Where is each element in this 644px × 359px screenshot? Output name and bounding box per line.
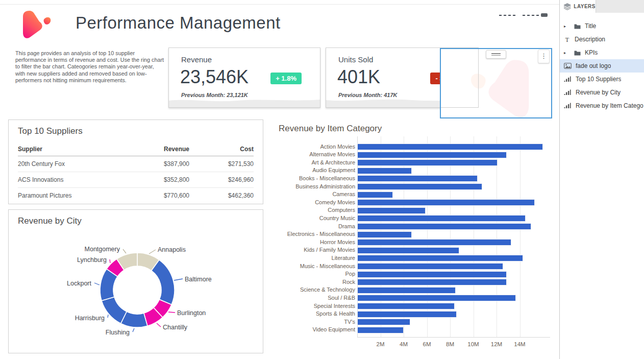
layer-item-label: Title: [585, 22, 596, 30]
x-tick-label: 2M: [369, 341, 392, 347]
suppliers-table-body: 20th Century Fox$387,900$271,530ACS Inno…: [18, 156, 254, 203]
chart-icon: [564, 89, 572, 95]
bar-art-architecture: [357, 159, 498, 166]
chart-icon: [564, 103, 572, 109]
kpi-badge-0: + 1.8%: [270, 73, 302, 84]
donut-slice-harrisburg[interactable]: [102, 297, 127, 323]
layer-item-title[interactable]: ▸Title: [560, 19, 644, 33]
col-supplier: Supplier: [18, 146, 129, 153]
bar-category-label: Sports & Health: [316, 310, 355, 317]
drag-handle[interactable]: [486, 50, 506, 59]
bar-category-label: Alternative Movies: [309, 151, 355, 157]
layer-item-fade-out-logo[interactable]: fade out logo: [560, 59, 644, 73]
bar-electronics-miscellaneous: [357, 231, 412, 238]
table-cell: 20th Century Fox: [18, 160, 129, 167]
bar-category-label: Special Interests: [314, 303, 355, 309]
kpi-label: Revenue: [181, 55, 212, 64]
layer-item-top-10-suppliers[interactable]: Top 10 Suppliers: [560, 73, 644, 86]
city-label-connector: [108, 315, 108, 318]
kpi-card-revenue[interactable]: Revenue 23,546K + 1.8% Previous Month: 2…: [168, 47, 320, 108]
bar-alternative-movies: [357, 152, 507, 158]
kpi-value: 23,546K: [180, 66, 249, 88]
gridline: [497, 136, 497, 337]
bar-category-label: Comedy Movies: [315, 199, 355, 205]
bar-literature: [357, 255, 523, 261]
dashboard-canvas: Performance Management This page provide…: [0, 0, 644, 359]
description-text[interactable]: This page provides an analysis of top 10…: [15, 50, 165, 84]
city-label-montgomery: Montgomery: [85, 246, 120, 253]
revenue-by-item-category-widget[interactable]: Revenue by Item Category Action MoviesAl…: [270, 121, 556, 356]
city-label-connector: [94, 283, 100, 285]
bar-category-label: Business Administration: [295, 183, 355, 189]
revenue-by-city-widget[interactable]: Revenue by City AnnapolisBaltimoreBurlin…: [8, 209, 263, 353]
layer-item-label: Description: [575, 36, 605, 43]
bar-tv-s: [357, 319, 410, 325]
bar-special-interests: [357, 303, 455, 309]
layers-panel: LAYERS ▸TitleTDescription▸KPIsfade out l…: [559, 0, 644, 359]
caret-right-icon[interactable]: ▸: [564, 24, 569, 29]
top-10-suppliers-widget[interactable]: Top 10 Suppliers Supplier Revenue Cost 2…: [8, 119, 263, 204]
bar-category-label: Art & Architecture: [311, 159, 355, 165]
layer-item-kpis[interactable]: ▸KPIs: [560, 46, 644, 59]
bar-category-label: Music - Miscellaneous: [300, 263, 355, 269]
city-label-burlington: Burlington: [177, 309, 206, 317]
city-label-connector: [110, 259, 110, 263]
kpi-sparkline: [169, 95, 320, 107]
city-label-flushing: Flushing: [106, 329, 130, 336]
bar-category-label: Literature: [332, 255, 355, 261]
bar-soul-r-b: [357, 295, 516, 301]
bar-category-label: Pop: [345, 271, 355, 277]
x-tick-label: 12M: [485, 341, 508, 347]
caret-right-icon[interactable]: ▸: [564, 51, 569, 55]
col-cost: Cost: [189, 146, 254, 153]
bar-business-administration: [357, 183, 482, 190]
kpi-label: Units Sold: [338, 55, 373, 64]
table-row[interactable]: ACS Innovations$352,800$246,960: [18, 172, 254, 188]
bar-category-label: Action Movies: [320, 143, 355, 150]
col-revenue: Revenue: [129, 146, 189, 153]
table-cell: $770,600: [129, 192, 189, 199]
city-label-connector: [168, 312, 175, 313]
layer-item-label: Revenue by Item Catego: [576, 102, 643, 109]
kebab-menu-icon[interactable]: ⋮: [538, 50, 550, 63]
mini-pill: [541, 13, 548, 17]
text-icon: T: [564, 36, 571, 42]
bar-category-label: Kids / Family Movies: [304, 247, 355, 253]
folder-icon: [574, 50, 581, 56]
bar-cameras: [357, 192, 393, 198]
bar-category-label: TV's: [344, 319, 355, 325]
bar-chart-title: Revenue by Item Category: [279, 124, 382, 134]
city-label-connector: [157, 323, 161, 327]
city-label-connector: [123, 249, 126, 253]
layer-item-revenue-by-city[interactable]: Revenue by City: [560, 86, 644, 99]
suppliers-table: Supplier Revenue Cost 20th Century Fox$3…: [18, 142, 254, 203]
table-cell: Paramount Pictures: [18, 192, 129, 199]
layer-item-description[interactable]: TDescription: [560, 33, 644, 46]
canvas-top-divider: [0, 4, 559, 5]
table-cell: $246,960: [189, 176, 254, 183]
x-tick-label: 10M: [462, 341, 485, 347]
layers-tab[interactable]: LAYERS: [560, 0, 596, 13]
x-tick-label: 8M: [439, 341, 461, 347]
image-icon: [564, 63, 572, 69]
table-row[interactable]: 20th Century Fox$387,900$271,530: [18, 156, 254, 172]
table-row[interactable]: Paramount Pictures$770,600$462,360: [18, 188, 254, 203]
bar-horror-movies: [357, 239, 511, 246]
bar-country-music: [357, 215, 526, 222]
chart-icon: [564, 76, 572, 82]
city-label-connector: [133, 328, 134, 332]
layer-item-revenue-by-item-catego[interactable]: Revenue by Item Catego: [560, 99, 644, 112]
bar-category-label: Drama: [338, 223, 355, 229]
bar-music-miscellaneous: [357, 263, 503, 270]
bar-video-equipment: [357, 327, 404, 333]
bar-sports-health: [357, 311, 457, 318]
layer-item-label: KPIs: [585, 49, 598, 56]
svg-text:T: T: [565, 36, 569, 42]
donut-slice-baltimore[interactable]: [152, 260, 175, 305]
bar-category-label: Rock: [342, 279, 355, 285]
city-donut-chart[interactable]: [9, 210, 264, 354]
table-cell: $271,530: [189, 160, 254, 167]
bar-action-movies: [357, 143, 543, 150]
gridline: [520, 136, 521, 337]
bar-category-label: Electronics - Miscellaneous: [287, 231, 355, 237]
